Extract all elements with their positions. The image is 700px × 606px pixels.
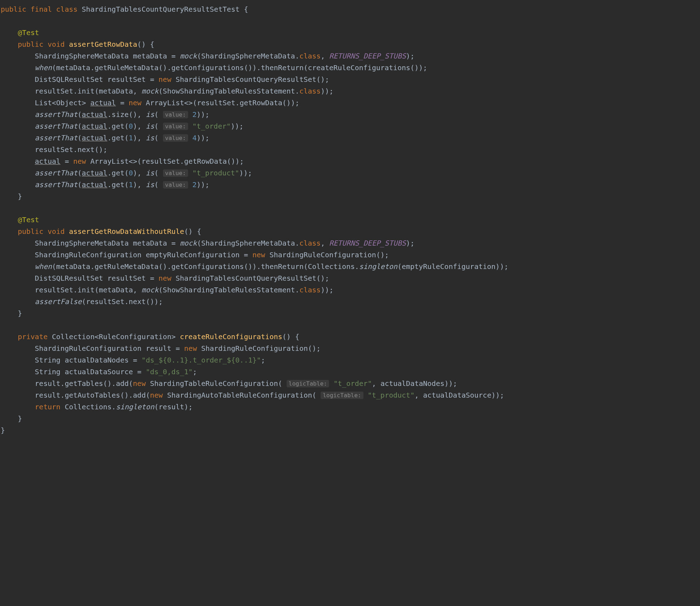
call-mock: mock — [180, 52, 197, 60]
keyword-class: class — [299, 87, 321, 95]
annotation-test: @Test — [18, 215, 39, 224]
code-line: ShardingRuleConfiguration emptyRuleConfi… — [1, 251, 389, 259]
call-when: when — [35, 262, 52, 271]
ctor: ShardingRuleConfiguration — [201, 344, 308, 353]
string: "t_order" — [192, 122, 231, 130]
call: getConfigurations — [171, 63, 244, 72]
call: singleton — [359, 262, 397, 271]
call-is: is — [146, 169, 154, 177]
call-when: when — [35, 63, 52, 72]
call-assert: assertThat — [35, 169, 77, 177]
call: init — [78, 286, 95, 294]
type: Collection — [52, 332, 95, 341]
method-name: createRuleConfigurations — [180, 332, 282, 341]
var: actual — [90, 99, 116, 107]
call: get — [112, 180, 124, 189]
keyword-class: class — [299, 239, 321, 247]
call: add — [133, 391, 146, 399]
call: getTables — [65, 379, 103, 388]
string: "t_product" — [192, 169, 239, 177]
call: size — [112, 110, 129, 119]
const: RETURNS_DEEP_STUBS — [329, 52, 406, 60]
code-line: resultSet.next(); — [1, 145, 107, 154]
param-hint: value: — [163, 111, 188, 118]
call: next — [78, 145, 95, 154]
code-line: ShardingSphereMetaData metaData = mock(S… — [1, 52, 414, 60]
type: DistSQLResultSet — [35, 274, 103, 282]
type: DistSQLResultSet — [35, 75, 103, 84]
call: get — [112, 169, 124, 177]
keyword-public: public — [18, 227, 43, 236]
call-is: is — [146, 110, 154, 119]
type: ShardingSphereMetaData — [201, 52, 295, 60]
var: emptyRuleConfiguration — [146, 251, 239, 259]
type: Collections — [65, 403, 112, 411]
ctor: ShardingTableRuleConfiguration — [150, 379, 278, 388]
number: 0 — [129, 122, 133, 130]
keyword-class: class — [299, 286, 321, 294]
call-assert: assertThat — [35, 134, 77, 142]
code-line: assertFalse(resultSet.next()); — [1, 297, 163, 306]
code-editor[interactable]: public final class ShardingTablesCountQu… — [0, 0, 700, 443]
code-line: assertThat(actual.get(0), is( value: "t_… — [1, 169, 252, 177]
call-is: is — [146, 180, 154, 189]
type: Object — [56, 99, 82, 107]
string: "ds_0,ds_1" — [146, 367, 192, 376]
code-line: resultSet.init(metaData, mock(ShowShardi… — [1, 286, 333, 294]
code-line: DistSQLResultSet resultSet = new Shardin… — [1, 274, 329, 282]
type: String — [35, 367, 60, 376]
var: resultSet — [35, 87, 73, 95]
code-line: } — [1, 192, 22, 201]
var: resultSet — [107, 75, 146, 84]
var: resultSet — [197, 99, 235, 107]
keyword-class: class — [56, 5, 78, 13]
var: result — [146, 344, 171, 353]
keyword-new: new — [133, 379, 146, 388]
param-hint: logicTable: — [321, 392, 363, 399]
var: actual — [82, 110, 107, 119]
ctor: ShardingRuleConfiguration — [270, 251, 376, 259]
string: "ds_${0..1}.t_order_${0..1}" — [141, 356, 261, 364]
var: resultSet — [35, 286, 73, 294]
code-line: assertThat(actual.get(1), is( value: 2))… — [1, 180, 209, 189]
code-line: } — [1, 426, 5, 434]
arg: actualDataNodes — [380, 379, 445, 388]
keyword-public: public — [18, 40, 43, 49]
code-line: public void assertGetRowData() { — [1, 40, 154, 49]
code-line: ShardingSphereMetaData metaData = mock(S… — [1, 239, 414, 247]
type: ShardingRuleConfiguration — [35, 251, 141, 259]
var: resultSet — [107, 274, 146, 282]
param-hint: value: — [163, 123, 188, 130]
keyword-return: return — [35, 403, 60, 411]
code-line: assertThat(actual.size(), is( value: 2))… — [1, 110, 209, 119]
keyword-final: final — [30, 5, 52, 13]
code-line: String actualDataSource = "ds_0,ds_1"; — [1, 367, 197, 376]
call-assert: assertThat — [35, 110, 77, 119]
type: ShardingRuleConfiguration — [35, 344, 141, 353]
keyword-new: new — [159, 274, 171, 282]
call: singleton — [116, 403, 154, 411]
code-line: resultSet.init(metaData, mock(ShowShardi… — [1, 87, 333, 95]
code-line: return Collections.singleton(result); — [1, 403, 193, 411]
code-line: @Test — [1, 28, 39, 37]
call: get — [112, 134, 124, 142]
arg: metaData — [99, 87, 133, 95]
type: String — [35, 356, 60, 364]
arg: emptyRuleConfiguration — [402, 262, 496, 271]
call: thenReturn — [261, 262, 304, 271]
code-line: result.getTables().add(new ShardingTable… — [1, 379, 457, 388]
call-mock: mock — [141, 87, 158, 95]
keyword-new: new — [73, 157, 86, 165]
number: 1 — [129, 134, 133, 142]
arg: result — [159, 403, 184, 411]
var: metaData — [133, 239, 167, 247]
const: RETURNS_DEEP_STUBS — [329, 239, 406, 247]
var: actual — [82, 180, 107, 189]
keyword-class: class — [299, 52, 321, 60]
keyword-new: new — [159, 75, 171, 84]
var: result — [35, 379, 60, 388]
var: actualDataSource — [65, 367, 133, 376]
code-line: when(metaData.getRuleMetaData().getConfi… — [1, 63, 427, 72]
code-line: when(metaData.getRuleMetaData().getConfi… — [1, 262, 508, 271]
type: ShowShardingTableRulesStatement — [163, 87, 295, 95]
